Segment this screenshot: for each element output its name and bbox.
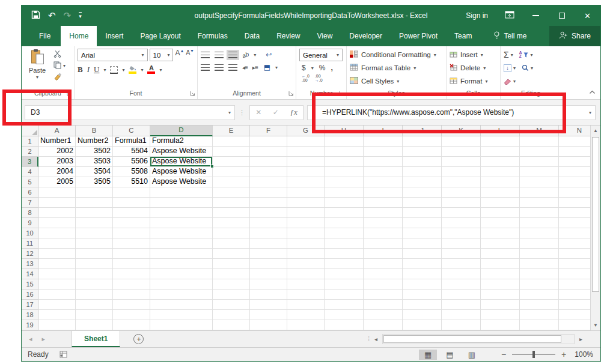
font-name-combo[interactable]: Arial▾ [78,49,148,61]
tab-file[interactable]: File [29,26,61,46]
cell-I15[interactable] [364,279,403,290]
top-align-icon[interactable] [201,52,210,58]
tab-formulas[interactable]: Formulas [189,26,236,46]
row-header-7[interactable]: 7 [22,198,38,208]
cell-G16[interactable] [287,290,325,300]
font-size-combo[interactable]: 10▾ [150,49,174,61]
cell-H18[interactable] [325,310,364,320]
row-header-13[interactable]: 13 [22,259,38,269]
cell-G6[interactable] [287,187,325,198]
merge-center-icon[interactable]: ⬒ [264,63,270,71]
cell-H12[interactable] [325,249,364,259]
row-header-16[interactable]: 16 [22,290,38,300]
fill-button[interactable]: ↓▾ [504,64,516,72]
fill-color-button[interactable] [129,65,136,74]
zoom-level[interactable]: 100% [575,350,593,359]
cell-L7[interactable] [481,198,520,208]
cell-D4[interactable]: Aspose Website [150,167,213,177]
cell-B5[interactable]: 3505 [76,177,113,187]
cell-J6[interactable] [403,187,442,198]
align-left-icon[interactable] [201,64,210,71]
row-header-2[interactable]: 2 [22,147,38,157]
cell-C16[interactable] [113,290,150,300]
orientation-dropdown-icon[interactable]: ▾ [254,52,256,58]
cell-L15[interactable] [481,279,520,290]
cell-K19[interactable] [442,320,481,330]
cell-K1[interactable] [442,136,481,147]
cell-L8[interactable] [481,208,520,218]
row-header-1[interactable]: 1 [22,136,38,147]
cell-E3[interactable] [213,157,250,167]
cell-D7[interactable] [150,198,213,208]
cell-D2[interactable]: Aspose Website [150,147,213,157]
cell-A11[interactable] [38,238,76,249]
cell-C5[interactable]: 5510 [113,177,150,187]
cell-L10[interactable] [481,228,520,238]
cell-F13[interactable] [250,259,287,269]
cell-F11[interactable] [250,238,287,249]
cell-G2[interactable] [287,147,325,157]
cell-J10[interactable] [403,228,442,238]
increase-indent-icon[interactable]: ▸≡ [252,64,258,71]
cell-K14[interactable] [442,269,481,279]
cell-A14[interactable] [38,269,76,279]
cell-K5[interactable] [442,177,481,187]
cell-K15[interactable] [442,279,481,290]
collapse-ribbon-icon[interactable] [589,88,596,96]
row-header-14[interactable]: 14 [22,269,38,279]
cell-A5[interactable]: 2005 [38,177,76,187]
cell-G12[interactable] [287,249,325,259]
cell-M15[interactable] [520,279,559,290]
cell-M6[interactable] [520,187,559,198]
cell-C19[interactable] [113,320,150,330]
sheetbar-resize-dots[interactable]: ⁞ [368,336,370,342]
cell-E4[interactable] [213,167,250,177]
cell-D5[interactable]: Aspose Website [150,177,213,187]
cell-E12[interactable] [213,249,250,259]
cell-M11[interactable] [520,238,559,249]
column-header-E[interactable]: E [213,126,250,136]
cell-B7[interactable] [76,198,113,208]
cell-A2[interactable]: 2002 [38,147,76,157]
cell-M10[interactable] [520,228,559,238]
cell-C4[interactable]: 5508 [113,167,150,177]
tab-insert[interactable]: Insert [97,26,132,46]
format-as-table-button[interactable]: Format as Table ▾ [350,62,436,73]
macro-record-icon[interactable] [59,351,67,358]
tab-power-pivot[interactable]: Power Pivot [391,26,446,46]
cell-M19[interactable] [520,320,559,330]
column-header-B[interactable]: B [76,126,113,136]
cell-G11[interactable] [287,238,325,249]
page-break-view-button[interactable]: ▥ [463,350,481,360]
cell-F16[interactable] [250,290,287,300]
clear-button[interactable]: ▾ [504,78,516,85]
cell-C8[interactable] [113,208,150,218]
autosum-button[interactable]: Σ▾ [504,50,513,59]
cell-F1[interactable] [250,136,287,147]
scroll-down-icon[interactable]: ▼ [591,320,600,330]
cell-F8[interactable] [250,208,287,218]
cell-D6[interactable] [150,187,213,198]
cell-E15[interactable] [213,279,250,290]
cell-D19[interactable] [150,320,213,330]
cell-L18[interactable] [481,310,520,320]
cell-E19[interactable] [213,320,250,330]
italic-button[interactable]: I [87,65,90,74]
cell-B15[interactable] [76,279,113,290]
cell-J3[interactable] [403,157,442,167]
copy-dropdown-icon[interactable]: ▾ [63,63,66,68]
undo-icon[interactable]: ↶ [48,10,56,21]
cell-C10[interactable] [113,228,150,238]
next-sheet-icon[interactable]: ▸ [42,335,46,343]
cell-H3[interactable] [325,157,364,167]
decrease-indent-icon[interactable]: ◂≡ [242,64,248,71]
cell-A7[interactable] [38,198,76,208]
cell-F19[interactable] [250,320,287,330]
zoom-slider[interactable] [512,354,555,355]
cell-F14[interactable] [250,269,287,279]
cell-I6[interactable] [364,187,403,198]
normal-view-button[interactable]: ▦ [419,350,437,360]
enter-icon[interactable]: ✓ [273,108,279,117]
row-header-19[interactable]: 19 [22,320,38,330]
cell-L5[interactable] [481,177,520,187]
